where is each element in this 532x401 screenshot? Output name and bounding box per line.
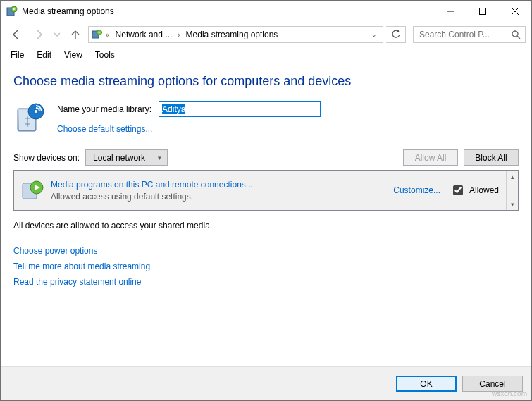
minimize-button[interactable]	[434, 1, 466, 22]
nav-bar: « Network and ... › Media streaming opti…	[1, 22, 531, 47]
breadcrumb-segment-2[interactable]: Media streaming options	[183, 28, 281, 41]
allowed-checkbox-input[interactable]	[453, 185, 463, 195]
help-links: Choose power options Tell me more about …	[13, 246, 519, 287]
menu-view[interactable]: View	[58, 49, 88, 61]
forward-button[interactable]	[29, 25, 49, 44]
breadcrumb-chevron-root[interactable]: «	[106, 31, 110, 39]
power-options-link[interactable]: Choose power options	[13, 246, 519, 256]
menu-file[interactable]: File	[5, 49, 30, 61]
ok-button[interactable]: OK	[396, 376, 457, 392]
device-play-icon	[21, 179, 44, 202]
privacy-statement-link[interactable]: Read the privacy statement online	[13, 277, 519, 287]
show-devices-row: Show devices on: Local network ▾ Allow A…	[13, 149, 519, 166]
cancel-button[interactable]: Cancel	[462, 376, 523, 392]
svg-point-10	[512, 31, 518, 37]
window-controls	[434, 1, 531, 22]
search-box[interactable]	[413, 26, 526, 43]
breadcrumb-dropdown-icon[interactable]: ⌄	[369, 31, 380, 38]
refresh-button[interactable]	[386, 26, 406, 43]
close-button[interactable]	[499, 1, 531, 22]
window-title: Media streaming options	[22, 6, 114, 16]
content-pane: Choose media streaming options for compu…	[1, 63, 531, 366]
allowed-checkbox-label: Allowed	[469, 185, 499, 195]
show-devices-value: Local network	[93, 153, 145, 163]
chevron-down-icon: ▾	[158, 154, 161, 161]
status-text: All devices are allowed to access your s…	[13, 221, 519, 230]
search-input[interactable]	[418, 29, 509, 40]
up-button[interactable]	[66, 25, 85, 44]
library-row: Name your media library: Choose default …	[13, 101, 519, 135]
library-name-input[interactable]	[159, 101, 321, 117]
svg-rect-4	[480, 8, 486, 15]
app-icon	[6, 6, 18, 17]
page-heading: Choose media streaming options for compu…	[13, 74, 519, 89]
device-list: Media programs on this PC and remote con…	[13, 170, 519, 211]
breadcrumb-icon	[92, 29, 103, 40]
maximize-button[interactable]	[466, 1, 499, 22]
library-name-label: Name your media library:	[57, 104, 151, 114]
show-devices-combo[interactable]: Local network ▾	[85, 149, 168, 166]
control-panel-window: Media streaming options	[0, 0, 532, 401]
tell-me-more-link[interactable]: Tell me more about media streaming	[13, 261, 519, 271]
breadcrumb[interactable]: « Network and ... › Media streaming opti…	[88, 26, 383, 43]
scroll-up-button[interactable]: ▴	[507, 171, 518, 183]
back-button[interactable]	[6, 25, 26, 44]
dialog-footer: OK Cancel	[1, 366, 531, 400]
allow-all-button: Allow All	[403, 149, 458, 166]
device-title-link[interactable]: Media programs on this PC and remote con…	[51, 180, 253, 190]
customize-link[interactable]: Customize...	[393, 185, 440, 195]
titlebar: Media streaming options	[1, 1, 531, 22]
show-devices-label: Show devices on:	[13, 153, 80, 163]
block-all-button[interactable]: Block All	[464, 149, 519, 166]
scroll-down-button[interactable]: ▾	[507, 198, 518, 210]
device-description: Allowed access using default settings.	[51, 192, 253, 202]
recent-dropdown[interactable]	[51, 25, 63, 44]
choose-default-settings-link[interactable]: Choose default settings...	[57, 124, 321, 134]
menu-tools[interactable]: Tools	[89, 49, 120, 61]
device-list-scrollbar[interactable]: ▴ ▾	[506, 171, 518, 210]
allowed-checkbox[interactable]: Allowed	[450, 183, 499, 197]
device-row[interactable]: Media programs on this PC and remote con…	[14, 171, 506, 210]
menu-edit[interactable]: Edit	[31, 49, 57, 61]
svg-line-11	[517, 36, 520, 39]
menu-bar: File Edit View Tools	[1, 47, 531, 63]
breadcrumb-chevron-1[interactable]: ›	[178, 31, 180, 39]
breadcrumb-segment-1[interactable]: Network and ...	[113, 28, 175, 41]
media-library-icon	[13, 101, 47, 135]
search-icon	[512, 30, 521, 39]
svg-point-15	[35, 110, 37, 113]
